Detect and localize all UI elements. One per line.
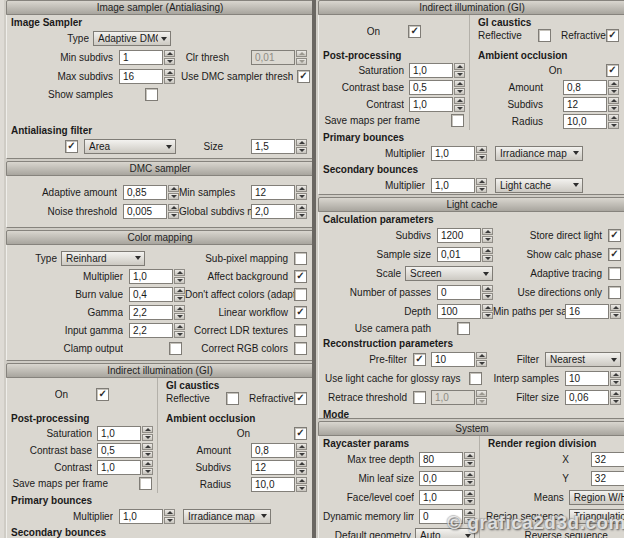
- spinner-up-icon[interactable]: [168, 185, 179, 192]
- spinner-up-icon[interactable]: [164, 69, 175, 76]
- spinner-value[interactable]: 2,0: [251, 204, 295, 219]
- lc-subdivs-spinner[interactable]: 1200: [437, 228, 493, 243]
- spinner-value[interactable]: 12: [251, 460, 295, 475]
- spinner-value[interactable]: 1,5: [251, 139, 295, 154]
- spinner-down-icon[interactable]: [142, 451, 153, 458]
- spinner-value[interactable]: 0,8: [563, 80, 607, 95]
- spinner-value[interactable]: 1,0: [431, 146, 475, 161]
- spinner-down-icon[interactable]: [296, 147, 307, 154]
- spinner-value[interactable]: 10: [565, 371, 609, 386]
- subdivs-spinner[interactable]: 12: [563, 97, 619, 112]
- spinner-value[interactable]: 80: [419, 452, 463, 467]
- ao-on-checkbox[interactable]: ✓: [294, 427, 307, 440]
- spinner-up-icon[interactable]: [454, 97, 465, 104]
- amount-spinner[interactable]: 0,8: [563, 80, 619, 95]
- spinner-value[interactable]: 0,5: [409, 80, 453, 95]
- spinner-value[interactable]: 0,85: [123, 185, 167, 200]
- sb-multiplier-spinner[interactable]: 1,0: [431, 178, 487, 193]
- spinner-up-icon[interactable]: [610, 390, 621, 397]
- spinner-value[interactable]: 1,0: [409, 63, 453, 78]
- filter-size-spinner[interactable]: 0,06: [565, 390, 621, 405]
- correct-ldr-textures-checkbox[interactable]: [294, 324, 307, 337]
- spinner-up-icon[interactable]: [174, 323, 185, 330]
- contrast-base-spinner[interactable]: 0,5: [97, 443, 153, 458]
- spinner-up-icon[interactable]: [482, 247, 493, 254]
- spinner-value[interactable]: 12: [563, 97, 607, 112]
- min-paths-per-sample-spinner[interactable]: 16: [565, 304, 621, 319]
- spinner-down-icon[interactable]: [296, 193, 307, 200]
- spinner-down-icon[interactable]: [610, 398, 621, 405]
- spinner-down-icon[interactable]: [482, 236, 493, 243]
- scale-dropdown[interactable]: Screen: [405, 266, 493, 281]
- use-light-cache-glossy-checkbox[interactable]: [469, 372, 482, 385]
- spinner-down-icon[interactable]: [476, 360, 487, 367]
- face-level-coef-spinner[interactable]: 1,0: [419, 490, 475, 505]
- spinner-up-icon[interactable]: [464, 471, 475, 478]
- spinner-value[interactable]: 1,0: [419, 490, 463, 505]
- contrast-spinner[interactable]: 1,0: [97, 460, 153, 475]
- spinner-up-icon[interactable]: [610, 371, 621, 378]
- spinner-value[interactable]: 0,01: [437, 247, 481, 262]
- spinner-value[interactable]: 32: [591, 471, 624, 486]
- spinner-down-icon[interactable]: [454, 88, 465, 95]
- spinner-value[interactable]: 1,0: [97, 426, 141, 441]
- spinner-down-icon[interactable]: [454, 71, 465, 78]
- spinner-down-icon[interactable]: [164, 77, 175, 84]
- spinner-up-icon[interactable]: [610, 304, 621, 311]
- spinner-value[interactable]: 0,4: [129, 287, 173, 302]
- spinner-value[interactable]: 1,0: [97, 460, 141, 475]
- min-samples-spinner[interactable]: 12: [251, 185, 307, 200]
- spinner-down-icon[interactable]: [482, 312, 493, 319]
- antialiasing-filter-on-checkbox[interactable]: ✓: [65, 140, 78, 153]
- primary-bounces-engine-dropdown[interactable]: Irradiance map: [183, 509, 271, 524]
- spinner-value[interactable]: 2,2: [129, 323, 173, 338]
- dont-affect-colors-checkbox[interactable]: [294, 288, 307, 301]
- rollout-header-indirect-illumination[interactable]: Indirect illumination (GI): [6, 363, 314, 378]
- spinner-down-icon[interactable]: [174, 277, 185, 284]
- means-dropdown[interactable]: Region W/H: [569, 490, 624, 505]
- max-tree-depth-spinner[interactable]: 80: [419, 452, 475, 467]
- spinner-value[interactable]: 0: [437, 285, 481, 300]
- spinner-value[interactable]: 10,0: [251, 477, 295, 492]
- retrace-threshold-checkbox[interactable]: [413, 391, 426, 404]
- spinner-up-icon[interactable]: [454, 80, 465, 87]
- spinner-value[interactable]: 0,0: [419, 471, 463, 486]
- spinner-down-icon[interactable]: [608, 122, 619, 129]
- amount-spinner[interactable]: 0,8: [251, 443, 307, 458]
- spinner-up-icon[interactable]: [454, 63, 465, 70]
- spinner-value[interactable]: 32: [591, 452, 624, 467]
- contrast-spinner[interactable]: 1,0: [409, 97, 465, 112]
- spinner-down-icon[interactable]: [296, 468, 307, 475]
- spinner-up-icon[interactable]: [482, 228, 493, 235]
- color-mapping-type-dropdown[interactable]: Reinhard: [61, 251, 145, 266]
- spinner-value[interactable]: 0,5: [97, 443, 141, 458]
- spinner-down-icon[interactable]: [174, 331, 185, 338]
- spinner-up-icon[interactable]: [476, 178, 487, 185]
- spinner-up-icon[interactable]: [168, 204, 179, 211]
- radius-spinner[interactable]: 10,0: [563, 114, 619, 129]
- spinner-down-icon[interactable]: [476, 186, 487, 193]
- min-leaf-size-spinner[interactable]: 0,0: [419, 471, 475, 486]
- pb-multiplier-spinner[interactable]: 1,0: [431, 146, 487, 161]
- rollout-header-dmc-sampler[interactable]: DMC sampler: [6, 161, 314, 176]
- spinner-down-icon[interactable]: [174, 313, 185, 320]
- spinner-down-icon[interactable]: [608, 88, 619, 95]
- spinner-value[interactable]: 2,2: [129, 305, 173, 320]
- rollout-header-image-sampler[interactable]: Image sampler (Antialiasing): [6, 0, 314, 15]
- spinner-down-icon[interactable]: [296, 212, 307, 219]
- spinner-down-icon[interactable]: [482, 255, 493, 262]
- secondary-bounces-engine-dropdown[interactable]: Light cache: [495, 178, 583, 193]
- show-samples-checkbox[interactable]: [145, 88, 158, 101]
- antialiasing-filter-dropdown[interactable]: Area: [84, 139, 176, 154]
- max-subdivs-spinner[interactable]: 16: [119, 69, 175, 84]
- spinner-up-icon[interactable]: [608, 97, 619, 104]
- global-subdivs-mult-spinner[interactable]: 2,0: [251, 204, 307, 219]
- use-directions-only-checkbox[interactable]: [608, 286, 621, 299]
- spinner-up-icon[interactable]: [142, 426, 153, 433]
- spinner-value[interactable]: 0,06: [565, 390, 609, 405]
- gi-on-checkbox[interactable]: ✓: [408, 25, 421, 38]
- linear-workflow-checkbox[interactable]: ✓: [294, 306, 307, 319]
- spinner-value[interactable]: 16: [565, 304, 609, 319]
- spinner-down-icon[interactable]: [142, 434, 153, 441]
- spinner-down-icon[interactable]: [482, 293, 493, 300]
